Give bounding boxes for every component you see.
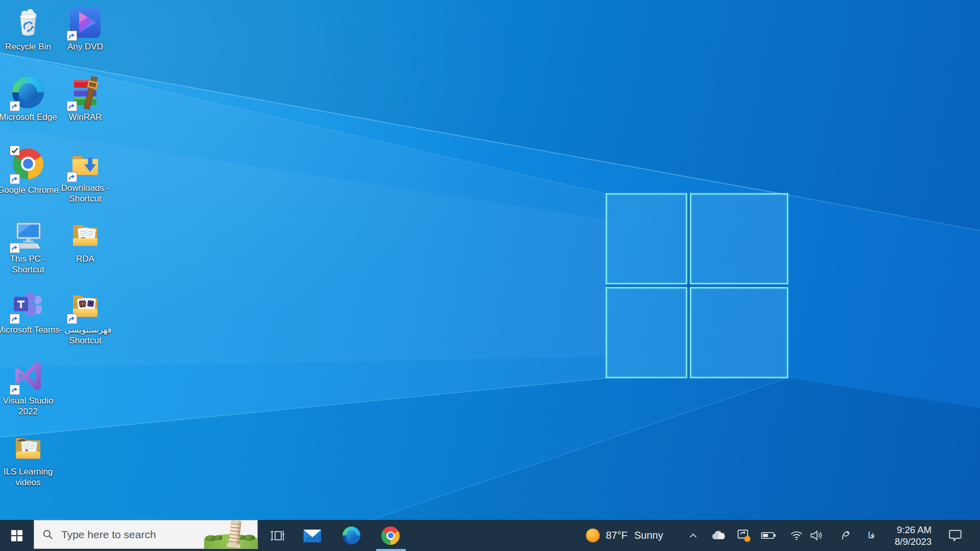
language-indicator[interactable]: فا: [864, 520, 879, 551]
chevron-up-icon: [689, 533, 697, 538]
search-daily-illustration-pisa-tower[interactable]: [204, 520, 257, 548]
microsoft-edge-icon: [11, 76, 45, 110]
windows-ink-tray-button[interactable]: [840, 520, 852, 551]
battery-tray-button[interactable]: [760, 520, 776, 551]
desktop-icon-label: This PC - Shortcut: [0, 254, 60, 275]
rda-icon: [68, 217, 103, 252]
ils-learning-videos-icon: [11, 430, 45, 465]
shortcut-arrow-icon: [67, 31, 77, 41]
shortcut-arrow-icon: [10, 314, 20, 324]
desktop-icon-label: Microsoft Teams: [0, 324, 60, 335]
bush-graphic: [214, 535, 223, 540]
selected-checkbox-icon[interactable]: [10, 145, 20, 156]
desktop-icon-winrar[interactable]: WinRAR: [53, 76, 117, 122]
onedrive-tray-button[interactable]: [710, 520, 727, 551]
desktop-icon-recycle-bin[interactable]: Recycle Bin: [0, 5, 60, 52]
sync-status-tray-button[interactable]: [736, 520, 752, 551]
sync-status-icon: [737, 529, 751, 542]
pen-icon: [841, 530, 851, 541]
shortcut-arrow-icon: [10, 101, 20, 111]
chrome-running-indicator: [376, 549, 406, 551]
desktop-icon-label: Visual Studio 2022: [0, 395, 60, 417]
wifi-icon: [790, 531, 803, 541]
shortcut-arrow-icon: [67, 172, 77, 182]
desktop-icon-visual-studio-2022[interactable]: Visual Studio 2022: [0, 359, 60, 417]
desktop-icon-label: WinRAR: [53, 112, 117, 122]
start-button[interactable]: [0, 520, 34, 551]
taskbar: 87°F Sunny: [0, 520, 980, 551]
language-code-label: فا: [868, 530, 874, 541]
weather-widget[interactable]: 87°F Sunny: [582, 520, 679, 551]
desktop-icon-label: Downloads - Shortcut: [53, 183, 117, 204]
volume-icon: [810, 530, 823, 541]
windows-start-icon: [11, 530, 22, 541]
shortcut-arrow-icon: [67, 314, 77, 324]
winrar-icon: [68, 76, 103, 110]
mail-icon: [303, 528, 322, 544]
sunny-weather-icon: [586, 529, 600, 542]
edge-icon: [342, 526, 361, 545]
desktop-icon-label: Recycle Bin: [0, 41, 60, 52]
chrome-icon: [381, 527, 400, 545]
desktop-icon-any-dvd[interactable]: Any DVD: [53, 5, 117, 52]
edge-app-button[interactable]: [339, 520, 363, 551]
visual-studio-2022-icon: [11, 359, 45, 394]
desktop-icon-this-pc-shortcut[interactable]: This PC - Shortcut: [0, 217, 60, 275]
onedrive-cloud-icon: [711, 531, 726, 541]
volume-tray-button[interactable]: [808, 520, 824, 551]
wallpaper: [0, 0, 980, 551]
taskbar-clock[interactable]: 9:26 AM 8/9/2023: [895, 520, 932, 551]
fehrestnevisi-shortcut-icon: [68, 288, 103, 323]
action-center-icon: [948, 529, 962, 542]
this-pc-shortcut-icon: [11, 217, 45, 252]
desktop-icon-label: ILS Learning videos: [0, 466, 60, 488]
shortcut-arrow-icon: [10, 385, 20, 395]
desktop-icon-ils-learning-videos[interactable]: ILS Learning videos: [0, 430, 60, 488]
desktop-icon-label: Microsoft Edge: [0, 112, 60, 122]
wifi-tray-button[interactable]: [789, 520, 803, 551]
desktop-icon-label: RDA: [53, 254, 117, 264]
downloads-shortcut-icon: [68, 146, 103, 181]
desktop-icon-label: فهرستنویسی - Shortcut: [53, 324, 117, 346]
desktop-icon-microsoft-teams[interactable]: Microsoft Teams: [0, 288, 60, 335]
shortcut-arrow-icon: [67, 101, 77, 111]
desktop-icon-fehrestnevisi-shortcut[interactable]: فهرستنویسی - Shortcut: [53, 288, 117, 346]
windows-desktop: Recycle Bin Microsoft Edge Google Chrome…: [0, 0, 980, 551]
task-view-button[interactable]: [265, 520, 290, 551]
battery-icon: [761, 532, 776, 539]
clock-date: 8/9/2023: [895, 536, 932, 547]
windows-logo-watermark: [0, 0, 980, 551]
action-center-button[interactable]: [947, 520, 963, 551]
any-dvd-icon: [68, 5, 103, 40]
mail-app-button[interactable]: [300, 520, 325, 551]
weather-condition: Sunny: [634, 530, 663, 541]
google-chrome-icon: [11, 148, 45, 183]
weather-temperature: 87°F: [606, 530, 627, 541]
shortcut-arrow-icon: [10, 174, 20, 184]
chrome-app-button[interactable]: [378, 520, 403, 551]
desktop-icon-microsoft-edge[interactable]: Microsoft Edge: [0, 76, 60, 122]
desktop-icon-label: Any DVD: [53, 41, 117, 52]
desktop-icon-label: Google Chrome: [0, 185, 60, 195]
search-icon: [42, 529, 53, 540]
shortcut-arrow-icon: [10, 243, 20, 253]
clock-time: 9:26 AM: [897, 524, 932, 536]
taskbar-search[interactable]: [34, 520, 258, 549]
task-view-icon: [270, 530, 285, 542]
search-input[interactable]: [60, 528, 204, 541]
desktop-icon-rda[interactable]: RDA: [53, 217, 117, 264]
recycle-bin-icon: [11, 5, 45, 40]
desktop-icon-google-chrome[interactable]: Google Chrome: [0, 146, 60, 195]
desktop-icon-downloads-shortcut[interactable]: Downloads - Shortcut: [53, 146, 117, 204]
microsoft-teams-icon: [11, 288, 45, 323]
show-hidden-icons-button[interactable]: [684, 520, 702, 551]
